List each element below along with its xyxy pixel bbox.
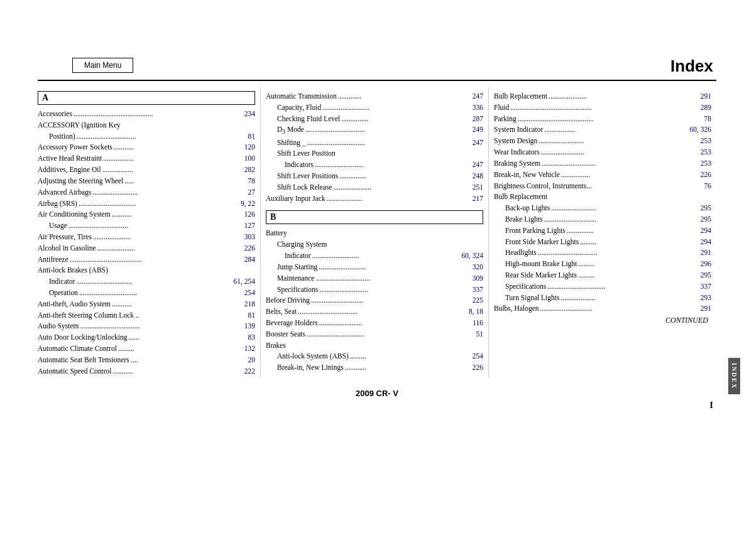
list-item: Adjusting the Steering Wheel.....78 [38, 176, 255, 187]
list-item: Booster Seats ..........................… [266, 329, 483, 340]
list-item: Air Pressure, Tires ....................… [38, 232, 255, 243]
list-item: Automatic Speed Control...........222 [38, 366, 255, 377]
page-container: Main Menu Index A Accessories...........… [0, 25, 754, 560]
list-item: System Design .........................2… [494, 136, 711, 147]
list-item: Shift Lock Release .....................… [266, 182, 483, 193]
list-item: Belts, Seat.............................… [266, 306, 483, 318]
list-item: High-mount Brake Light .........296 [494, 259, 711, 270]
list-item: Shift Lever Position [266, 148, 483, 159]
index-tab: INDEX [728, 358, 740, 394]
index-content: A Accessories...........................… [38, 87, 716, 377]
list-item: Alcohol in Gasoline.....................… [38, 243, 255, 254]
section-header-a: A [38, 91, 255, 105]
list-item: Advanced Airbags........................… [38, 187, 255, 198]
list-item: Indicators...........................247 [266, 159, 483, 171]
column-a: A Accessories...........................… [38, 87, 261, 377]
list-item: Beverage Holders .......................… [266, 318, 483, 329]
column-c: Bulb Replacement .....................29… [489, 87, 716, 377]
list-item: Turn Signal Lights...................293 [494, 293, 711, 304]
page-title: Index [38, 25, 716, 81]
list-item: Anti-theft Steering Column Lock .. 81 [38, 310, 255, 321]
list-item-shifting: Shifting _..............................… [266, 137, 483, 149]
list-item: Front Parking Lights...............294 [494, 225, 711, 237]
list-item: Audio System ...........................… [38, 321, 255, 332]
list-item: Capacity, Fluid ........................… [266, 102, 483, 114]
list-item: Airbag (SRS) ...........................… [38, 198, 255, 210]
list-item: Anti-lock System (ABS).........254 [266, 351, 483, 362]
section-header-b: B [266, 210, 483, 224]
list-item: Wear Indicators ........................… [494, 147, 711, 158]
list-item: Automatic Transmission.............247 [266, 91, 483, 102]
list-item: Braking System..........................… [494, 158, 711, 170]
list-item: Additives, Engine Oil.................28… [38, 164, 255, 176]
list-item: Back-up Lights.........................2… [494, 203, 711, 214]
list-item: Anti-theft, Audio System...........218 [38, 299, 255, 310]
list-item: Indicator..........................60, 3… [266, 250, 483, 262]
list-item-air-conditioning: Air Conditioning System...........126 [38, 209, 255, 220]
list-item: Position)...............................… [38, 131, 255, 143]
list-item: Maintenance.............................… [266, 273, 483, 284]
list-item: Break-in, New Linings............226 [266, 362, 483, 374]
list-item: Specifications .........................… [494, 281, 711, 293]
list-item: Operation ..............................… [38, 288, 255, 299]
list-item: Rear Side Marker Lights.........295 [494, 270, 711, 281]
list-item: Jump Starting ..........................… [266, 262, 483, 273]
list-item: ACCESSORY (Ignition Key [38, 120, 255, 131]
vehicle-footer: 2009 CR- V [38, 389, 716, 398]
page-number: I [38, 401, 716, 411]
continued-label: CONTINUED [494, 316, 711, 325]
list-item: Specifications .........................… [266, 284, 483, 296]
list-item: Break-in, New Vehicle ................22… [494, 170, 711, 181]
list-item: Usage .................................1… [38, 220, 255, 232]
list-item: Before Driving .........................… [266, 295, 483, 306]
list-item: Active Head Restraint.................10… [38, 153, 255, 164]
list-item: Brakes [266, 340, 483, 352]
list-item: Automatic Seat Belt Tensioners ....20 [38, 355, 255, 366]
list-item: Accessory Power Sockets...........120 [38, 142, 255, 153]
list-item: Bulb Replacement .....................29… [494, 91, 711, 102]
list-item: Brightness Control, Instruments... 76 [494, 181, 711, 192]
list-item: Auxiliary Input Jack....................… [266, 193, 483, 205]
list-item: Fluid ..................................… [494, 102, 711, 114]
list-item: Shift Lever Positions...............248 [266, 171, 483, 182]
list-item: System Indicator.................60, 326 [494, 124, 711, 136]
column-b: Automatic Transmission.............247 C… [261, 87, 489, 377]
list-item: Bulb Replacement [494, 191, 711, 203]
list-item: D3 Mode.................................… [266, 124, 483, 137]
main-menu-button[interactable]: Main Menu [72, 58, 133, 73]
list-item: Battery [266, 228, 483, 239]
list-item: Front Side Marker Lights.........294 [494, 237, 711, 248]
list-item: Anti-lock Brakes (ABS) [38, 265, 255, 276]
list-item: Accessories.............................… [38, 109, 255, 120]
list-item: Charging System [266, 239, 483, 250]
list-item: Antifreeze .............................… [38, 254, 255, 266]
list-item: Headlights .............................… [494, 247, 711, 259]
list-item: Bulbs, Halogen..........................… [494, 303, 711, 315]
list-item: Brake Lights............................… [494, 214, 711, 225]
list-item: Checking Fluid Level...............287 [266, 114, 483, 125]
list-item: Indicator...............................… [38, 276, 255, 288]
list-item: Parking.................................… [494, 114, 711, 125]
list-item: Automatic Climate Control.........132 [38, 343, 255, 355]
list-item: Auto Door Locking/Unlocking......83 [38, 332, 255, 343]
